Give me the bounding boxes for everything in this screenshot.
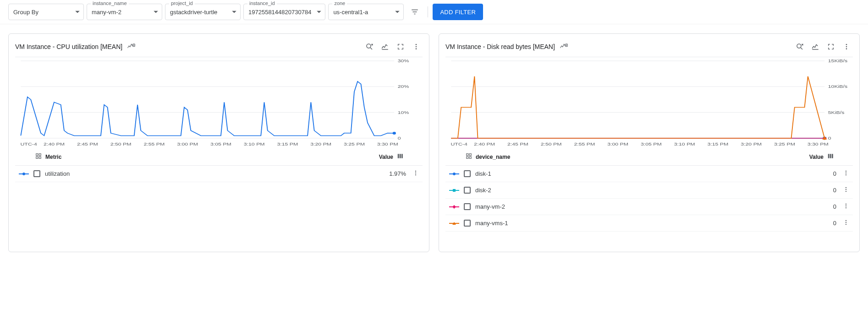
legend-toggle-icon[interactable] (379, 40, 391, 53)
svg-text:3:25 PM: 3:25 PM (344, 141, 365, 146)
svg-text:0: 0 (398, 135, 401, 141)
svg-rect-34 (36, 157, 38, 158)
legend-value: 0 (833, 220, 836, 227)
series-marker-icon (449, 172, 459, 176)
filter-value: many-vm-2 (92, 9, 121, 16)
breakdown-icon[interactable] (466, 153, 472, 161)
series-marker-icon (449, 188, 459, 193)
legend-metric-label: Metric (45, 154, 61, 160)
svg-point-95 (846, 204, 846, 205)
legend-row: many-vm-2 0 (445, 199, 853, 215)
svg-text:2:40 PM: 2:40 PM (474, 141, 495, 146)
columns-icon[interactable] (397, 153, 403, 161)
row-more-icon[interactable] (843, 186, 849, 194)
legend-checkbox[interactable] (464, 170, 471, 177)
filter-label: instance_name (91, 0, 129, 6)
row-more-icon[interactable] (843, 170, 849, 178)
svg-text:2:55 PM: 2:55 PM (574, 141, 595, 146)
legend-name: many-vms-1 (475, 220, 508, 227)
svg-point-93 (846, 191, 846, 192)
legend-value-label: Value (379, 154, 393, 160)
legend-name: many-vm-2 (475, 203, 505, 210)
svg-text:3:10 PM: 3:10 PM (244, 141, 265, 146)
row-more-icon[interactable] (843, 219, 849, 227)
columns-icon[interactable] (827, 153, 834, 161)
chevron-down-icon (232, 11, 236, 13)
svg-text:2:50 PM: 2:50 PM (110, 141, 132, 146)
series-marker-icon (449, 205, 459, 209)
legend-row: disk-1 0 (445, 166, 853, 182)
legend-name: disk-1 (475, 170, 491, 177)
zone-select[interactable]: zone us-central1-a (328, 4, 404, 20)
svg-point-97 (846, 207, 846, 208)
fullscreen-icon[interactable] (394, 40, 407, 53)
legend-checkbox[interactable] (464, 203, 471, 210)
filter-label: zone (332, 0, 347, 6)
series-marker-icon (449, 221, 459, 226)
svg-rect-33 (39, 154, 41, 156)
group-by-select[interactable]: Group By (8, 4, 84, 20)
legend-checkbox[interactable] (33, 170, 40, 177)
svg-point-3 (367, 44, 371, 48)
svg-point-52 (846, 44, 847, 45)
instance-id-select[interactable]: instance_id 1972558144820730784 (243, 4, 325, 20)
instance-name-select[interactable]: instance_name many-vm-2 (87, 4, 162, 20)
svg-text:3:20 PM: 3:20 PM (741, 141, 762, 146)
svg-rect-77 (467, 154, 468, 156)
svg-point-42 (415, 173, 416, 173)
reset-zoom-icon[interactable] (793, 40, 806, 53)
svg-rect-37 (400, 154, 401, 158)
more-menu-icon[interactable] (840, 40, 853, 53)
filter-options-icon[interactable] (407, 4, 423, 20)
svg-text:2:45 PM: 2:45 PM (77, 141, 98, 146)
legend-value: 0 (833, 203, 836, 210)
svg-text:3:15 PM: 3:15 PM (277, 141, 298, 146)
svg-point-91 (846, 187, 846, 188)
svg-rect-36 (398, 154, 399, 158)
chevron-down-icon (395, 11, 400, 13)
chart-area[interactable]: 30%20%10%0UTC-42:40 PM2:45 PM2:50 PM2:55… (15, 57, 423, 148)
chevron-down-icon (154, 11, 158, 13)
svg-rect-32 (36, 154, 38, 156)
series-marker-icon (19, 172, 29, 176)
more-menu-icon[interactable] (410, 40, 423, 53)
legend-metric-label: device_name (476, 154, 510, 160)
svg-rect-79 (467, 157, 468, 158)
legend-row: disk-2 0 (445, 182, 853, 199)
project-id-select[interactable]: project_id gstackdriver-turtle (165, 4, 241, 20)
svg-text:5KiB/s: 5KiB/s (828, 110, 845, 115)
svg-text:3:05 PM: 3:05 PM (210, 141, 231, 146)
svg-text:15KiB/s: 15KiB/s (828, 58, 848, 63)
svg-text:2:55 PM: 2:55 PM (143, 141, 165, 146)
svg-point-88 (846, 174, 846, 175)
reset-zoom-icon[interactable] (363, 40, 376, 53)
svg-point-85 (453, 173, 456, 175)
legend-value: 0 (833, 187, 836, 194)
legend-checkbox[interactable] (464, 187, 471, 194)
svg-point-31 (393, 132, 396, 135)
svg-text:3:30 PM: 3:30 PM (377, 141, 398, 146)
sparkline-search-icon[interactable] (127, 43, 135, 51)
legend-toggle-icon[interactable] (809, 40, 822, 53)
sparkline-search-icon[interactable] (560, 43, 568, 51)
filter-bar: Group By instance_name many-vm-2 project… (0, 0, 868, 24)
svg-point-96 (846, 205, 846, 206)
filter-value: gstackdriver-turtle (170, 9, 217, 16)
row-more-icon[interactable] (412, 170, 419, 178)
legend-header: device_name Value (445, 148, 853, 166)
fullscreen-icon[interactable] (824, 40, 837, 53)
cpu-card: VM Instance - CPU utilization [MEAN] 30%… (8, 33, 429, 252)
legend-checkbox[interactable] (464, 220, 471, 227)
chevron-down-icon (317, 11, 321, 13)
chart-area[interactable]: 15KiB/s10KiB/s5KiB/s0UTC-42:40 PM2:45 PM… (445, 57, 853, 148)
add-filter-button[interactable]: ADD FILTER (433, 4, 483, 20)
svg-text:3:30 PM: 3:30 PM (808, 141, 829, 146)
svg-point-99 (846, 220, 846, 221)
row-more-icon[interactable] (843, 203, 849, 211)
breakdown-icon[interactable] (35, 153, 42, 161)
svg-text:0: 0 (828, 135, 831, 141)
svg-text:UTC-4: UTC-4 (450, 141, 467, 146)
svg-rect-80 (469, 157, 471, 158)
svg-rect-90 (453, 189, 456, 192)
chevron-down-icon (75, 11, 80, 13)
